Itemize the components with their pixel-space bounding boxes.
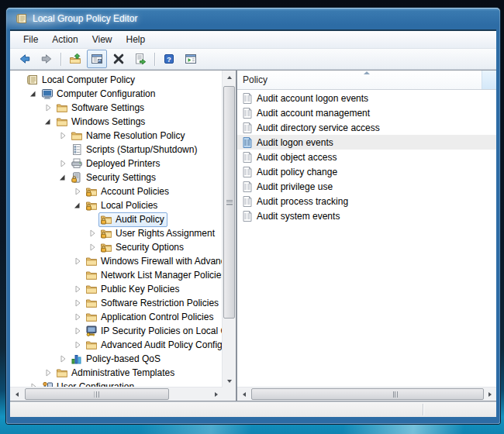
collapsed-arrow-icon[interactable] (86, 241, 98, 253)
tree-item-user-rights-assignment[interactable]: User Rights Assignment (10, 226, 223, 240)
tree-vscroll-thumb[interactable] (223, 86, 235, 319)
tree-node[interactable]: Software Settings (54, 101, 147, 115)
tree-node[interactable]: Windows Firewall with Advanc (84, 254, 223, 269)
scroll-up-button[interactable] (223, 71, 236, 84)
tree-item-security-settings[interactable]: Security Settings (10, 170, 223, 184)
tree-node[interactable]: Application Control Policies (84, 310, 216, 325)
tree-node[interactable]: Software Restriction Policies (84, 296, 222, 311)
tree-item-windows-firewall-with-advanc[interactable]: Windows Firewall with Advanc (10, 254, 223, 268)
collapsed-arrow-icon[interactable] (71, 297, 84, 309)
tree-item-label: Public Key Policies (101, 284, 179, 294)
collapsed-arrow-icon[interactable] (71, 339, 84, 351)
policy-list-item-audit-object-access[interactable]: Audit object access (237, 150, 496, 164)
tree-node[interactable]: Windows Settings (54, 115, 148, 129)
policy-list-item-audit-logon-events[interactable]: Audit logon events (237, 135, 496, 150)
scroll-left-button[interactable] (10, 388, 23, 401)
tree-node[interactable]: User Rights Assignment (98, 226, 218, 241)
up-one-level-button[interactable] (65, 50, 85, 68)
scroll-left-button[interactable] (237, 388, 250, 401)
show-console-tree-button[interactable] (87, 50, 107, 68)
menu-item-view[interactable]: View (85, 33, 119, 46)
show-properties-button[interactable] (181, 50, 201, 68)
policy-list-item-audit-process-tracking[interactable]: Audit process tracking (237, 194, 496, 208)
collapsed-arrow-icon[interactable] (86, 227, 98, 239)
tree-node[interactable]: Policy-based QoS (69, 352, 164, 367)
tree-item-software-settings[interactable]: Software Settings (10, 101, 223, 115)
console-tree-panel: Local Computer PolicyComputer Configurat… (10, 71, 237, 401)
collapsed-arrow-icon[interactable] (71, 311, 84, 323)
tree-node[interactable]: Local Policies (84, 198, 161, 213)
list-hscroll-thumb[interactable] (251, 388, 484, 400)
tree-item-local-computer-policy[interactable]: Local Computer Policy (10, 73, 223, 87)
tree-item-policy-based-qos[interactable]: Policy-based QoS (10, 352, 223, 366)
collapsed-arrow-icon[interactable] (71, 255, 84, 267)
list-horizontal-scrollbar[interactable] (237, 387, 496, 401)
expanded-arrow-icon[interactable] (42, 115, 54, 128)
tree-node[interactable]: Security Settings (69, 170, 159, 185)
thumb-gripper (392, 391, 398, 398)
tree-node[interactable]: Computer Configuration (40, 87, 158, 102)
tree-item-audit-policy[interactable]: Audit Policy (10, 212, 223, 226)
policy-list-item-audit-directory-service-access[interactable]: Audit directory service access (237, 120, 496, 135)
export-list-button[interactable] (130, 50, 150, 68)
collapsed-arrow-icon[interactable] (42, 367, 54, 379)
policy-list-item-audit-account-management[interactable]: Audit account management (237, 105, 496, 120)
tree-hscroll-thumb[interactable] (25, 388, 169, 400)
collapsed-arrow-icon[interactable] (57, 157, 69, 170)
expanded-arrow-icon[interactable] (27, 88, 40, 100)
tree-node[interactable]: Administrative Templates (54, 366, 178, 381)
policy-list-item-audit-privilege-use[interactable]: Audit privilege use (237, 179, 496, 194)
scroll-right-button[interactable] (483, 388, 496, 401)
tree-vertical-scrollbar[interactable] (222, 71, 236, 388)
tree-item-administrative-templates[interactable]: Administrative Templates (10, 366, 223, 380)
menu-item-file[interactable]: File (16, 33, 45, 46)
tree-node[interactable]: IP Security Policies on Local Co (84, 324, 223, 339)
collapsed-arrow-icon[interactable] (71, 325, 84, 337)
policy-list-item-audit-account-logon-events[interactable]: Audit account logon events (237, 91, 496, 105)
tree-item-software-restriction-policies[interactable]: Software Restriction Policies (10, 296, 223, 310)
collapsed-arrow-icon[interactable] (57, 129, 69, 142)
tree-item-scripts-startup-shutdown[interactable]: Scripts (Startup/Shutdown) (10, 143, 223, 157)
tree-node[interactable]: Local Computer Policy (25, 73, 138, 88)
tree-node[interactable]: Security Options (98, 240, 187, 255)
tree-item-advanced-audit-policy-configu[interactable]: Advanced Audit Policy Configu (10, 338, 223, 352)
collapsed-arrow-icon[interactable] (57, 353, 69, 365)
tree-node[interactable]: Deployed Printers (69, 157, 163, 171)
scroll-down-button[interactable] (223, 374, 236, 388)
expanded-arrow-icon[interactable] (71, 199, 84, 212)
tree-node[interactable]: Advanced Audit Policy Configu (84, 338, 223, 353)
tree-node[interactable]: Scripts (Startup/Shutdown) (69, 143, 200, 157)
tree-item-network-list-manager-policies[interactable]: Network List Manager Policies (10, 268, 223, 282)
collapsed-arrow-icon[interactable] (71, 283, 84, 295)
tree-item-name-resolution-policy[interactable]: Name Resolution Policy (10, 129, 223, 143)
delete-button[interactable] (109, 50, 129, 68)
collapsed-arrow-icon[interactable] (42, 102, 54, 114)
selected-tree-node[interactable]: Audit Policy (98, 212, 167, 227)
forward-button[interactable] (36, 50, 57, 68)
title-bar[interactable]: Local Group Policy Editor (6, 8, 500, 29)
tree-node[interactable]: Network List Manager Policies (84, 268, 223, 283)
tree-item-windows-settings[interactable]: Windows Settings (10, 115, 223, 129)
tree-item-computer-configuration[interactable]: Computer Configuration (10, 87, 223, 101)
tree-node[interactable]: Name Resolution Policy (69, 129, 188, 143)
tree-node[interactable]: Public Key Policies (84, 282, 182, 297)
collapsed-arrow-icon[interactable] (71, 185, 84, 198)
back-button[interactable] (15, 50, 35, 68)
help-button[interactable]: ? (159, 50, 179, 68)
policy-list-item-audit-policy-change[interactable]: Audit policy change (237, 164, 496, 179)
menu-item-action[interactable]: Action (45, 33, 85, 46)
menu-item-help[interactable]: Help (119, 33, 153, 46)
tree-item-application-control-policies[interactable]: Application Control Policies (10, 310, 223, 324)
tree-item-local-policies[interactable]: Local Policies (10, 198, 223, 212)
tree-item-deployed-printers[interactable]: Deployed Printers (10, 157, 223, 170)
tree-item-ip-security-policies-on-local-co[interactable]: IP Security Policies on Local Co (10, 324, 223, 338)
expanded-arrow-icon[interactable] (57, 171, 69, 184)
tree-item-public-key-policies[interactable]: Public Key Policies (10, 282, 223, 296)
tree-item-account-policies[interactable]: Account Policies (10, 184, 223, 198)
tree-item-security-options[interactable]: Security Options (10, 240, 223, 254)
tree-horizontal-scrollbar[interactable] (10, 387, 223, 401)
policy-column-header[interactable]: Policy (237, 71, 496, 90)
scroll-right-button[interactable] (209, 388, 223, 401)
tree-node[interactable]: Account Policies (84, 184, 172, 199)
policy-list-item-audit-system-events[interactable]: Audit system events (237, 208, 496, 223)
